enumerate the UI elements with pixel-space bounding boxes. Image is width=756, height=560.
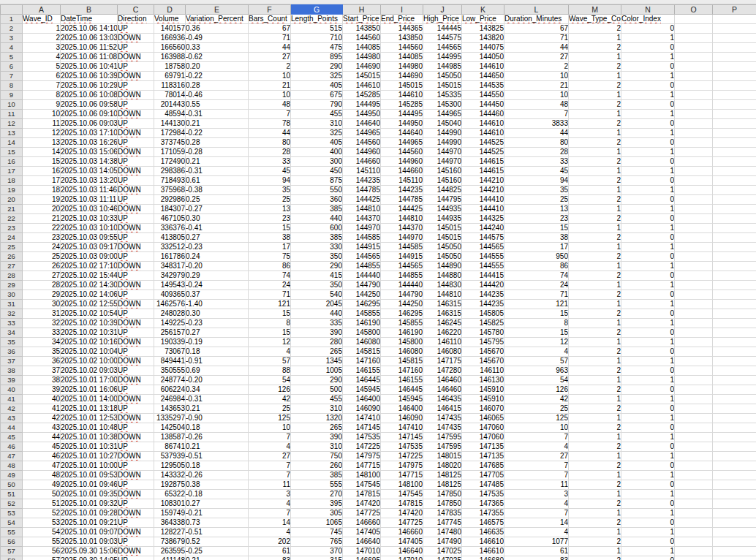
cell-volume[interactable]: 190339 (154, 338, 186, 347)
cell-wave_id[interactable]: 31 (23, 309, 61, 319)
cell-start_price[interactable]: 144565 (343, 252, 381, 262)
cell-wave_type_code[interactable]: 2 (569, 480, 621, 490)
cell-start_price[interactable]: 144085 (343, 43, 381, 53)
row-header-24[interactable]: 24 (1, 233, 23, 243)
empty-cell[interactable] (675, 81, 713, 91)
cell-start_price[interactable]: 144960 (343, 148, 381, 157)
cell-duration_minutes[interactable]: 83 (504, 556, 569, 560)
cell-bars_count[interactable]: 7 (249, 509, 291, 518)
cell-datetime[interactable]: 2025.10.01 09:21 (61, 518, 118, 528)
cell-duration_minutes[interactable]: 86 (504, 262, 569, 271)
cell-low_price[interactable]: 144610 (462, 119, 504, 129)
select-all-corner[interactable] (1, 5, 23, 15)
cell-length_points[interactable]: 455 (291, 110, 343, 119)
cell-volume[interactable]: 537939 (154, 452, 186, 461)
cell-start_price[interactable]: 147225 (343, 442, 381, 452)
row-header-19[interactable]: 19 (1, 186, 23, 195)
cell-length_points[interactable]: 325 (291, 72, 343, 81)
row-header-44[interactable]: 44 (1, 423, 23, 433)
cell-wave_id[interactable]: 38 (23, 376, 61, 385)
cell-duration_minutes[interactable]: 15 (504, 309, 569, 319)
row-header-43[interactable]: 43 (1, 414, 23, 423)
cell-wave_type_code[interactable]: 2 (569, 404, 621, 414)
empty-cell[interactable] (675, 518, 713, 528)
cell-start_price[interactable]: 146695 (343, 556, 381, 560)
cell-wave_type_code[interactable]: 1 (569, 91, 621, 100)
cell-start_price[interactable]: 147975 (343, 452, 381, 461)
cell-high_price[interactable]: 144990 (423, 129, 462, 138)
row-header-2[interactable]: 2 (1, 24, 23, 34)
cell-bars_count[interactable]: 7 (249, 461, 291, 471)
cell-high_price[interactable]: 144795 (423, 195, 462, 205)
cell-color_index[interactable]: 0 (621, 81, 675, 91)
cell-low_price[interactable]: 144450 (462, 100, 504, 110)
empty-cell[interactable] (675, 376, 713, 385)
cell-start_price[interactable]: 145110 (343, 167, 381, 176)
cell-variation_percent[interactable]: 0.73 (186, 518, 249, 528)
cell-volume[interactable]: 129505 (154, 461, 186, 471)
cell-bars_count[interactable]: 202 (249, 537, 291, 547)
cell-bars_count[interactable]: 17 (249, 243, 291, 252)
cell-color_index[interactable]: 0 (621, 24, 675, 34)
empty-cell[interactable] (713, 34, 756, 43)
cell-direction[interactable]: UP (118, 309, 154, 319)
cell-volume[interactable]: 149543 (154, 281, 186, 290)
row-header-38[interactable]: 38 (1, 366, 23, 376)
empty-cell[interactable] (713, 91, 756, 100)
empty-cell[interactable] (675, 357, 713, 366)
cell-color_index[interactable]: 0 (621, 62, 675, 72)
empty-cell[interactable] (675, 224, 713, 233)
cell-direction[interactable]: UP (118, 81, 154, 91)
cell-low_price[interactable]: 147060 (462, 433, 504, 442)
empty-cell[interactable] (675, 100, 713, 110)
cell-datetime[interactable]: 2025.10.01 09:32 (61, 499, 118, 509)
cell-length_points[interactable]: 390 (291, 433, 343, 442)
cell-variation_percent[interactable]: -0.24 (186, 281, 249, 290)
empty-cell[interactable] (713, 404, 756, 414)
cell-duration_minutes[interactable]: 25 (504, 195, 569, 205)
cell-variation_percent[interactable]: 0.21 (186, 442, 249, 452)
cell-end_price[interactable]: 147535 (381, 442, 423, 452)
cell-bars_count[interactable]: 35 (249, 186, 291, 195)
cell-low_price[interactable]: 144410 (462, 205, 504, 214)
cell-end_price[interactable]: 147010 (381, 556, 423, 560)
column-header-L[interactable]: L (504, 5, 569, 15)
cell-duration_minutes[interactable]: 74 (504, 271, 569, 281)
empty-cell[interactable] (713, 442, 756, 452)
cell-low_price[interactable]: 147135 (462, 452, 504, 461)
cell-volume[interactable]: 246984 (154, 395, 186, 404)
cell-length_points[interactable]: 555 (291, 480, 343, 490)
cell-low_price[interactable]: 144460 (462, 110, 504, 119)
cell-high_price[interactable]: 146460 (423, 385, 462, 395)
cell-direction[interactable]: DOWN (118, 110, 154, 119)
cell-high_price[interactable]: 144935 (423, 214, 462, 224)
cell-end_price[interactable]: 144495 (381, 110, 423, 119)
cell-datetime[interactable]: 2025.10.02 10:16 (61, 338, 118, 347)
cell-color_index[interactable]: 1 (621, 224, 675, 233)
empty-cell[interactable] (675, 195, 713, 205)
cell-wave_id[interactable]: 51 (23, 499, 61, 509)
cell-length_points[interactable]: 875 (291, 176, 343, 186)
cell-datetime[interactable]: 2025.10.01 09:53 (61, 471, 118, 480)
empty-cell[interactable] (713, 138, 756, 148)
cell-color_index[interactable]: 0 (621, 480, 675, 490)
cell-high_price[interactable]: 148125 (423, 471, 462, 480)
cell-bars_count[interactable]: 13 (249, 205, 291, 214)
cell-datetime[interactable]: 2025.10.02 10:00 (61, 357, 118, 366)
cell-datetime[interactable]: 2025.10.01 10:38 (61, 433, 118, 442)
cell-high_price[interactable]: 145015 (423, 233, 462, 243)
empty-cell[interactable] (713, 480, 756, 490)
cell-start_price[interactable]: 146090 (343, 404, 381, 414)
cell-start_price[interactable]: 146400 (343, 395, 381, 404)
cell-datetime[interactable]: 2025.10.06 11:08 (61, 53, 118, 62)
cell-duration_minutes[interactable]: 10 (504, 91, 569, 100)
field-header-variation_percent[interactable]: Variation_Percent (186, 15, 249, 24)
cell-start_price[interactable]: 146660 (343, 518, 381, 528)
cell-duration_minutes[interactable]: 13 (504, 205, 569, 214)
cell-high_price[interactable]: 144825 (423, 186, 462, 195)
empty-cell[interactable] (675, 433, 713, 442)
cell-datetime[interactable]: 2025.10.01 09:28 (61, 509, 118, 518)
field-header-bars_count[interactable]: Bars_Count (249, 15, 291, 24)
cell-datetime[interactable]: 2025.10.02 10:54 (61, 309, 118, 319)
cell-high_price[interactable]: 146415 (423, 404, 462, 414)
